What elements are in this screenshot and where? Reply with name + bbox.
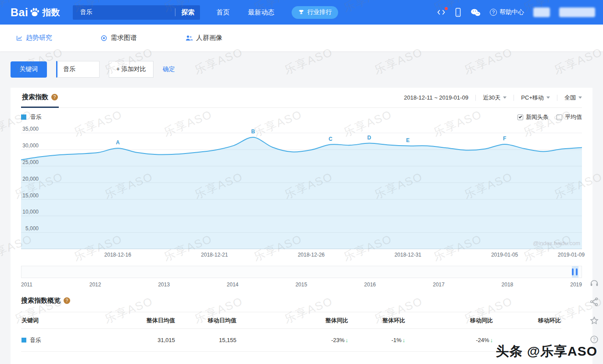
checkbox-label: 新闻头条 (526, 113, 549, 121)
favorite-star-icon[interactable] (589, 315, 600, 326)
svg-text:E: E (406, 137, 410, 143)
tab-label: 趋势研究 (26, 34, 52, 42)
checkbox-box (557, 114, 562, 120)
logo-suffix-text: 指数 (42, 7, 60, 18)
wechat-icon[interactable] (471, 8, 481, 17)
timeline-year: 2014 (227, 282, 239, 288)
timeline-year: 2015 (296, 282, 307, 288)
cell-overall-mom: -1%↓ (349, 329, 406, 352)
y-axis-label: 25,000 (21, 159, 39, 165)
trend-chart-icon (16, 35, 23, 42)
x-axis: 2018-12-162018-12-212018-12-262018-12-31… (21, 252, 582, 261)
checkbox-box (517, 114, 523, 120)
industry-ranking-button[interactable]: 行业排行 (292, 6, 338, 19)
col-keyword: 关键词 (21, 312, 114, 329)
top-header: Bai 指数 探索 首页 最新动态 (0, 0, 603, 25)
card-title: 搜索指数 (22, 93, 48, 101)
section-nav: 趋势研究 需求图谱 人群画像 (0, 25, 603, 51)
timeline-year: 2019 (570, 282, 582, 288)
chart-source-watermark: @index.baidu.com (533, 240, 580, 246)
nav-latest-news[interactable]: 最新动态 (248, 8, 274, 17)
logo-text: Bai (11, 6, 28, 19)
help-question-icon[interactable]: ? (51, 94, 58, 100)
industry-ranking-label: 行业排行 (307, 8, 332, 16)
svg-text:D: D (368, 135, 371, 141)
down-arrow-icon: ↓ (403, 337, 406, 343)
keyword-bar: 关键词 音乐 + 添加对比 确定 (11, 61, 175, 78)
y-axis-label: 15,000 (21, 193, 39, 199)
timeline-brush-track[interactable] (21, 266, 582, 278)
nav-home[interactable]: 首页 (216, 8, 229, 17)
baidu-index-logo[interactable]: Bai 指数 (11, 6, 60, 19)
svg-text:C: C (328, 136, 332, 142)
legend-color-swatch (21, 114, 26, 120)
help-icon: ? (490, 9, 497, 16)
timeline-year: 2016 (364, 282, 376, 288)
cell-mobile-yoy: -24%↓ (406, 329, 493, 352)
line-chart-svg: ABCDEF (21, 126, 582, 249)
y-axis-label: 20,000 (21, 176, 39, 182)
keyword-label-button: 关键词 (11, 61, 47, 78)
filter-divider (475, 95, 476, 101)
baidu-index-page: Bai 指数 探索 首页 最新动态 (0, 0, 603, 364)
header-right-cluster: ? 帮助中心 (437, 7, 603, 17)
timeline-year: 2012 (89, 282, 101, 288)
checkbox-news-headlines[interactable]: 新闻头条 (517, 113, 549, 121)
confirm-link[interactable]: 确定 (163, 65, 175, 73)
col-mobile-avg: 移动日均值 (175, 312, 237, 329)
brush-handle-right[interactable] (576, 268, 578, 275)
api-code-icon[interactable] (437, 8, 446, 16)
tab-trend-research[interactable]: 趋势研究 (16, 34, 52, 42)
overview-table: 关键词 整体日均值 移动日均值 整体同比 整体环比 移动同比 移动环比 音乐 (21, 312, 561, 352)
cell-keyword: 音乐 (21, 329, 114, 352)
table-row: 音乐 31,015 15,155 -23%↓ -1%↓ -24%↓ (21, 329, 561, 352)
col-mobile-mom: 移动环比 (493, 312, 561, 329)
x-axis-label: 2019-01-09 (558, 252, 585, 258)
timeline-year: 2018 (502, 282, 514, 288)
help-center-link[interactable]: ? 帮助中心 (490, 8, 524, 16)
device-dropdown[interactable]: PC+移动 (521, 94, 550, 102)
trend-chart[interactable]: ABCDEF 5,00010,00015,00020,00025,00030,0… (21, 126, 582, 249)
checkbox-label: 平均值 (565, 113, 582, 121)
timeline-year: 2017 (433, 282, 445, 288)
brush-handle-left[interactable] (572, 268, 574, 275)
x-axis-label: 2018-12-16 (104, 252, 131, 258)
mobile-app-icon[interactable] (455, 7, 461, 17)
down-arrow-icon: ↓ (490, 337, 493, 343)
cell-overall-yoy: -23%↓ (237, 329, 349, 352)
user-avatar-blurred[interactable] (533, 7, 550, 17)
legend-row: 音乐 新闻头条平均值 (21, 108, 582, 126)
chevron-down-icon (546, 96, 550, 99)
tab-demand-map[interactable]: 需求图谱 (100, 34, 137, 42)
tab-audience-profile[interactable]: 人群画像 (185, 34, 222, 42)
cell-mobile-avg: 15,155 (175, 329, 237, 352)
keyword-chip[interactable]: 音乐 (56, 61, 100, 78)
col-mobile-yoy: 移动同比 (406, 312, 493, 329)
big-watermark-text: 头条 @乐享ASO (496, 343, 597, 360)
timeline-brush-area: 201120122013201420152016201720182019 (21, 266, 582, 288)
timeline-year: 2013 (158, 282, 170, 288)
time-range-dropdown[interactable]: 近30天 (483, 94, 507, 102)
overview-title-row: 搜索指数概览 ? (21, 296, 582, 305)
series-legend-music[interactable]: 音乐 (21, 113, 42, 121)
chevron-down-icon (578, 96, 582, 99)
chevron-down-icon (503, 96, 507, 99)
overview-title: 搜索指数概览 (21, 296, 61, 305)
checkbox-average[interactable]: 平均值 (557, 113, 582, 121)
region-dropdown[interactable]: 全国 (564, 94, 582, 102)
tab-label: 人群画像 (196, 34, 222, 42)
filter-divider (514, 95, 514, 101)
add-compare-button[interactable]: + 添加对比 (109, 61, 153, 78)
x-axis-label: 2018-12-26 (298, 252, 325, 258)
search-input[interactable] (73, 9, 175, 16)
help-question-icon[interactable]: ? (64, 297, 70, 304)
customer-service-icon[interactable] (589, 277, 600, 289)
timeline-year: 2011 (21, 282, 32, 288)
share-icon[interactable] (589, 296, 600, 307)
header-nav: 首页 最新动态 (216, 8, 274, 17)
x-axis-label: 2018-12-21 (201, 252, 228, 258)
table-header-row: 关键词 整体日均值 移动日均值 整体同比 整体环比 移动同比 移动环比 (21, 312, 561, 329)
explore-button[interactable]: 探索 (175, 8, 200, 17)
search-index-tab[interactable]: 搜索指数 ? (21, 88, 59, 108)
user-name-blurred[interactable] (559, 7, 595, 17)
